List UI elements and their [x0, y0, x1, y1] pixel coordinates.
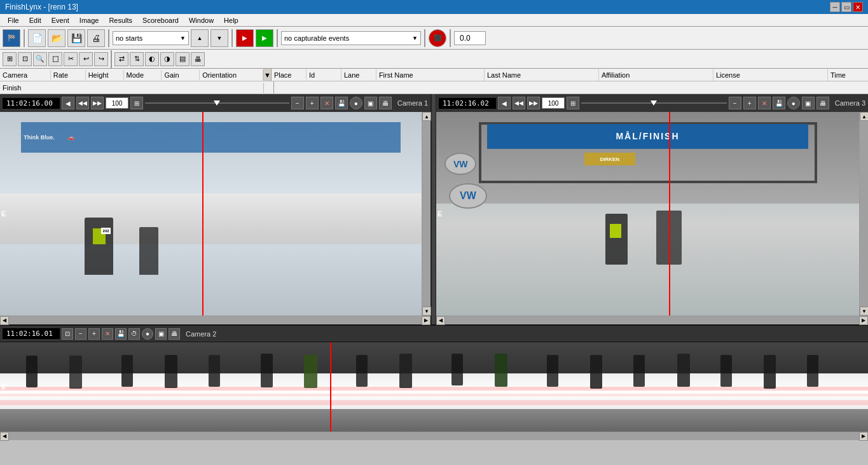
- camera1-vscrollbar[interactable]: ▲ ▼: [422, 112, 431, 316]
- cam1-circle-btn[interactable]: ●: [350, 97, 362, 109]
- cam2-circle-btn[interactable]: ●: [142, 328, 153, 340]
- cam1-hscroll-track[interactable]: [9, 316, 422, 324]
- col-scroll-arrow[interactable]: ▼: [264, 69, 272, 81]
- cam2-zoom-in-btn[interactable]: +: [88, 328, 100, 340]
- cam1-save2-btn[interactable]: ▣: [364, 97, 377, 109]
- tool-flip-v[interactable]: ⇅: [130, 52, 144, 66]
- tool-flip-h[interactable]: ⇄: [114, 52, 128, 66]
- tool-select2[interactable]: ⊡: [18, 52, 32, 66]
- cam1-prev-btn[interactable]: ◀: [62, 97, 74, 109]
- cam1-save-btn[interactable]: 💾: [335, 97, 348, 109]
- cam3-hscroll-right[interactable]: ▶: [859, 316, 868, 325]
- cam1-scroll-up[interactable]: ▲: [422, 112, 431, 121]
- menu-bar: File Edit Event Image Results Scoreboard…: [0, 14, 868, 27]
- starts-dropdown[interactable]: no starts ▼: [113, 31, 189, 45]
- cam3-scroll-down[interactable]: ▼: [860, 307, 868, 316]
- cam3-e-label: E: [437, 210, 442, 218]
- menu-scoreboard[interactable]: Scoreboard: [137, 15, 184, 25]
- save-button[interactable]: 💾: [67, 29, 85, 47]
- cam3-prev-btn[interactable]: ◀: [498, 97, 511, 109]
- cam3-frame-fwd-btn[interactable]: ▶▶: [527, 97, 540, 109]
- vw-logo-left: VW: [449, 183, 487, 209]
- cam1-zoom-in-btn[interactable]: +: [306, 97, 319, 109]
- camera2-hscrollbar[interactable]: ◀ ▶: [0, 431, 868, 440]
- camera3-vscrollbar[interactable]: ▲ ▼: [859, 112, 868, 316]
- cam1-frame-fwd-btn[interactable]: ▶▶: [91, 97, 104, 109]
- cam2-save2-btn[interactable]: ▣: [155, 328, 167, 340]
- tool-select1[interactable]: ⊞: [3, 52, 17, 66]
- cam3-zoom-out-btn[interactable]: −: [729, 97, 741, 109]
- print-button[interactable]: 🖨: [87, 29, 105, 47]
- close-button[interactable]: ✕: [853, 2, 863, 12]
- cam3-export-btn[interactable]: 🖶: [816, 97, 829, 109]
- minimize-button[interactable]: ─: [830, 2, 840, 12]
- cam1-export-btn[interactable]: 🖶: [379, 97, 392, 109]
- cam2-export-btn[interactable]: 🖶: [169, 328, 180, 340]
- camera-green-btn[interactable]: ▶: [256, 29, 273, 47]
- menu-image[interactable]: Image: [74, 15, 104, 25]
- menu-file[interactable]: File: [3, 15, 24, 25]
- tool-fx1[interactable]: ◐: [145, 52, 159, 66]
- tool-print[interactable]: 🖶: [191, 52, 205, 66]
- tool-contrast[interactable]: ◑: [160, 52, 174, 66]
- tool-export[interactable]: ▤: [176, 52, 189, 66]
- menu-event[interactable]: Event: [46, 15, 74, 25]
- restore-button[interactable]: ▭: [841, 2, 851, 12]
- cam2-zoom-out-btn[interactable]: −: [75, 328, 86, 340]
- tool-zoom-in[interactable]: 🔍: [33, 52, 47, 66]
- cam3-circle-btn[interactable]: ●: [787, 97, 800, 109]
- strip-athlete-1: [26, 356, 38, 387]
- cam3-zoom-icon[interactable]: ⊞: [567, 97, 579, 109]
- tool-undo[interactable]: ↩: [79, 52, 93, 66]
- strip-athlete-4: [165, 355, 177, 388]
- vw-logo-left2: VW: [444, 153, 476, 175]
- title-bar: FinishLynx - [renn 13] ─ ▭ ✕: [0, 0, 868, 14]
- cam1-hscroll-left[interactable]: ◀: [0, 316, 9, 325]
- cam1-scroll-down[interactable]: ▼: [422, 307, 431, 316]
- cam1-e-label: E: [1, 210, 6, 218]
- menu-results[interactable]: Results: [104, 15, 137, 25]
- cam3-hscroll-track[interactable]: [445, 316, 859, 324]
- camera3-hscrollbar[interactable]: ◀ ▶: [436, 316, 868, 324]
- starts-down-btn[interactable]: ▼: [210, 29, 228, 47]
- cam2-hscroll-track[interactable]: [9, 432, 859, 440]
- cam2-save-btn[interactable]: 💾: [115, 328, 127, 340]
- tool-crop[interactable]: ✂: [64, 52, 78, 66]
- cam2-hscroll-right[interactable]: ▶: [859, 432, 868, 441]
- cam1-hscroll-right[interactable]: ▶: [422, 316, 431, 325]
- cam3-cut-btn[interactable]: ✕: [758, 97, 771, 109]
- cam2-frame-btn[interactable]: ⊡: [62, 328, 73, 340]
- cam2-hscroll-left[interactable]: ◀: [0, 432, 9, 441]
- cam3-zoom-in-btn[interactable]: +: [743, 97, 756, 109]
- cam3-save-btn[interactable]: 💾: [773, 97, 785, 109]
- cam1-zoom-icon[interactable]: ⊞: [130, 97, 143, 109]
- cam3-hscroll-left[interactable]: ◀: [436, 316, 445, 325]
- cam3-scroll-up[interactable]: ▲: [860, 112, 868, 121]
- col-last-name: Last Name: [485, 69, 599, 81]
- col-orientation: Orientation: [200, 70, 263, 80]
- cam3-save2-btn[interactable]: ▣: [802, 97, 815, 109]
- open-button[interactable]: 📂: [48, 29, 65, 47]
- menu-edit[interactable]: Edit: [24, 15, 46, 25]
- menu-window[interactable]: Window: [184, 15, 219, 25]
- camera1-zoom-input[interactable]: 100: [106, 97, 128, 109]
- starts-up-btn[interactable]: ▲: [191, 29, 209, 47]
- camera3-zoom-input[interactable]: 100: [542, 97, 565, 109]
- camera1-hscrollbar[interactable]: ◀ ▶: [0, 316, 431, 324]
- cam1-frame-back-btn[interactable]: ◀◀: [76, 97, 89, 109]
- tool-zoom-out[interactable]: ⬚: [48, 52, 62, 66]
- stop-button[interactable]: ⬛: [429, 29, 446, 47]
- events-dropdown[interactable]: no capturable events ▼: [281, 31, 421, 45]
- camera-red-btn[interactable]: ▶: [236, 29, 254, 47]
- col-gain: Gain: [162, 70, 200, 80]
- new-button[interactable]: 📄: [28, 29, 46, 47]
- cam1-zoom-out-btn[interactable]: −: [291, 97, 304, 109]
- menu-help[interactable]: Help: [219, 15, 244, 25]
- cam3-frame-back-btn[interactable]: ◀◀: [513, 97, 525, 109]
- cam2-cut-btn[interactable]: ✕: [102, 328, 113, 340]
- cam2-time-btn[interactable]: ⏱: [128, 328, 140, 340]
- separator4: [277, 29, 278, 47]
- tool-redo[interactable]: ↪: [94, 52, 108, 66]
- cam1-cut-btn[interactable]: ✕: [320, 97, 333, 109]
- strip-athlete-5: [209, 355, 220, 387]
